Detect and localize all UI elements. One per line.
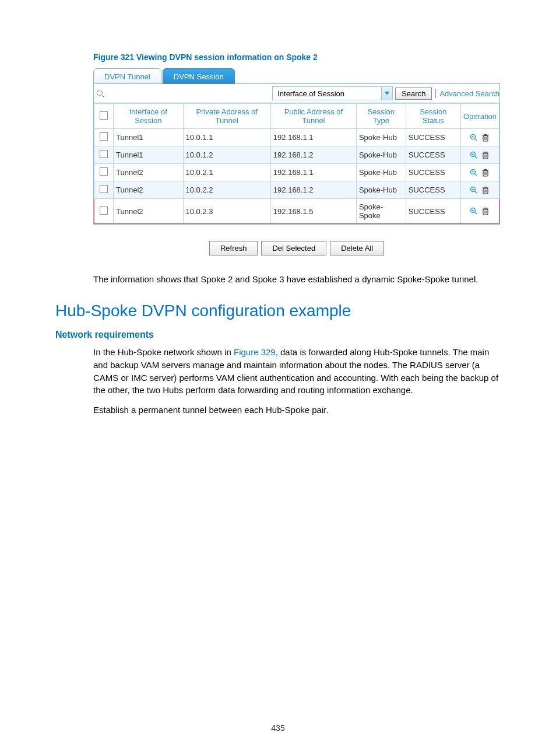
cell-interface: Tunnel2 <box>114 199 184 224</box>
svg-line-42 <box>475 212 477 215</box>
cell-public-addr: 192.168.1.2 <box>270 146 356 164</box>
zoom-icon[interactable] <box>470 186 478 194</box>
chevron-down-icon <box>381 87 392 100</box>
del-selected-button[interactable]: Del Selected <box>261 241 326 256</box>
svg-rect-40 <box>484 187 487 188</box>
svg-rect-10 <box>484 134 487 135</box>
search-input[interactable] <box>107 88 272 99</box>
search-field-dropdown[interactable]: Interface of Session <box>272 86 393 100</box>
cell-public-addr: 192.168.1.1 <box>270 129 356 146</box>
paragraph-2: Establish a permanent tunnel between eac… <box>93 404 501 416</box>
svg-rect-29 <box>483 170 488 171</box>
cell-session-type: Spoke-Hub <box>356 181 406 199</box>
subsection-heading: Network requirements <box>55 330 501 340</box>
col-session-type: Session Type <box>356 104 406 129</box>
trash-icon[interactable] <box>481 169 490 177</box>
svg-rect-9 <box>483 135 488 136</box>
trash-icon[interactable] <box>481 151 490 159</box>
col-operation: Operation <box>460 104 499 129</box>
figure-caption: Figure 321 Viewing DVPN session informat… <box>93 52 501 62</box>
session-table: Interface of Session Private Address of … <box>94 103 499 224</box>
search-icon <box>96 89 104 97</box>
tab-bar: DVPN Tunnel DVPN Session <box>93 68 500 83</box>
table-row: Tunnel210.0.2.1192.168.1.1Spoke-HubSUCCE… <box>94 164 499 181</box>
svg-line-2 <box>475 138 477 141</box>
svg-rect-20 <box>484 152 487 153</box>
cell-private-addr: 10.0.1.1 <box>183 129 270 146</box>
cell-public-addr: 192.168.1.2 <box>270 181 356 199</box>
cell-session-status: SUCCESS <box>406 199 460 224</box>
cell-private-addr: 10.0.2.2 <box>183 181 270 199</box>
zoom-icon[interactable] <box>470 169 478 177</box>
cell-session-type: Spoke-Hub <box>356 164 406 181</box>
cell-session-status: SUCCESS <box>406 181 460 199</box>
row-checkbox[interactable] <box>100 167 108 176</box>
trash-icon[interactable] <box>481 207 490 215</box>
paragraph-1: In the Hub-Spoke network shown in Figure… <box>93 346 501 397</box>
svg-rect-50 <box>484 208 487 209</box>
cell-interface: Tunnel2 <box>114 164 184 181</box>
content-box: Interface of Session Search Advanced Sea… <box>93 83 500 225</box>
caption-paragraph: The information shows that Spoke 2 and S… <box>93 273 501 285</box>
cell-operation <box>460 146 499 164</box>
zoom-icon[interactable] <box>470 151 478 159</box>
cell-session-status: SUCCESS <box>406 146 460 164</box>
cell-public-addr: 192.168.1.1 <box>270 164 356 181</box>
cell-private-addr: 10.0.2.3 <box>183 199 270 224</box>
select-all-checkbox[interactable] <box>100 111 108 120</box>
col-private-addr: Private Address of Tunnel <box>183 104 270 129</box>
search-row: Interface of Session Search Advanced Sea… <box>94 84 499 103</box>
zoom-icon[interactable] <box>470 207 478 215</box>
para1-text-a: In the Hub-Spoke network shown in <box>93 347 234 357</box>
table-row: Tunnel210.0.2.3192.168.1.5Spoke-SpokeSUC… <box>94 199 499 224</box>
cell-operation <box>460 164 499 181</box>
svg-line-32 <box>475 191 477 193</box>
page-number: 435 <box>0 723 556 733</box>
cell-session-type: Spoke-Hub <box>356 129 406 146</box>
row-checkbox[interactable] <box>100 150 108 158</box>
trash-icon[interactable] <box>481 186 490 194</box>
cell-operation <box>460 181 499 199</box>
row-checkbox[interactable] <box>100 132 108 141</box>
col-interface: Interface of Session <box>114 104 184 129</box>
cell-session-status: SUCCESS <box>406 129 460 146</box>
cell-session-type: Spoke-Hub <box>356 146 406 164</box>
tab-dvpn-session[interactable]: DVPN Session <box>163 68 235 84</box>
cell-session-status: SUCCESS <box>406 164 460 181</box>
cell-private-addr: 10.0.1.2 <box>183 146 270 164</box>
cell-session-type: Spoke-Spoke <box>356 199 406 224</box>
cell-interface: Tunnel1 <box>114 129 184 146</box>
table-row: Tunnel110.0.1.1192.168.1.1Spoke-HubSUCCE… <box>94 129 499 146</box>
delete-all-button[interactable]: Delete All <box>330 241 384 256</box>
svg-marker-0 <box>385 92 389 95</box>
cell-interface: Tunnel1 <box>114 146 184 164</box>
section-heading: Hub-Spoke DVPN configuration example <box>55 302 501 320</box>
cell-interface: Tunnel2 <box>114 181 184 199</box>
svg-line-12 <box>475 156 477 158</box>
cell-operation <box>460 199 499 224</box>
svg-rect-19 <box>483 152 488 153</box>
search-button[interactable]: Search <box>395 88 432 100</box>
tab-dvpn-tunnel[interactable]: DVPN Tunnel <box>93 68 161 84</box>
advanced-search-link[interactable]: Advanced Search <box>435 89 499 98</box>
svg-rect-39 <box>483 187 488 188</box>
col-public-addr: Public Address of Tunnel <box>270 104 356 129</box>
refresh-button[interactable]: Refresh <box>209 241 258 256</box>
zoom-icon[interactable] <box>470 134 478 142</box>
cell-private-addr: 10.0.2.1 <box>183 164 270 181</box>
svg-line-22 <box>475 173 477 176</box>
cell-operation <box>460 129 499 146</box>
svg-rect-30 <box>484 169 487 170</box>
row-checkbox[interactable] <box>100 185 108 193</box>
action-buttons: Refresh Del Selected Delete All <box>93 241 500 256</box>
table-row: Tunnel210.0.2.2192.168.1.2Spoke-HubSUCCE… <box>94 181 499 199</box>
table-row: Tunnel110.0.1.2192.168.1.2Spoke-HubSUCCE… <box>94 146 499 164</box>
trash-icon[interactable] <box>481 134 490 142</box>
figure-329-link[interactable]: Figure 329 <box>234 347 276 357</box>
screenshot-panel: DVPN Tunnel DVPN Session Interface of Se… <box>93 68 500 256</box>
col-session-status: Session Status <box>406 104 460 129</box>
dropdown-selected: Interface of Session <box>273 89 381 98</box>
svg-rect-49 <box>483 209 488 210</box>
row-checkbox[interactable] <box>100 206 108 215</box>
cell-public-addr: 192.168.1.5 <box>270 199 356 224</box>
